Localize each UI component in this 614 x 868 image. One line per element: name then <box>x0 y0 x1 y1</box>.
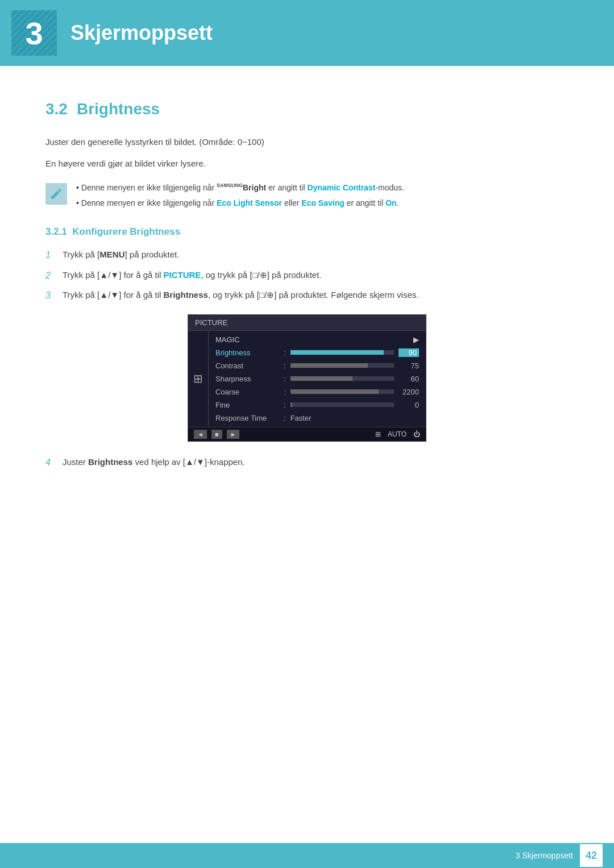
menu-row-sharpness: Sharpness : 60 <box>209 372 426 385</box>
contrast-bar-area: : 75 <box>284 362 419 370</box>
menu-label-response-time: Response Time <box>215 414 284 422</box>
sharpness-colon: : <box>284 375 286 383</box>
menu-row-brightness: Brightness : 90 <box>209 346 426 359</box>
subsection-title: Konfigurere Brightness <box>72 226 180 237</box>
step-num-2: 2 <box>45 268 63 283</box>
sharpness-value: 60 <box>399 375 419 383</box>
step-text-4: Juster Brightness ved hjelp av [▲/▼]-kna… <box>63 455 569 469</box>
section-number: 3.2 <box>45 100 68 118</box>
intro-text-1: Juster den generelle lysstyrken til bild… <box>45 135 569 149</box>
response-time-area: : Faster <box>284 414 419 422</box>
step-text-3: Trykk på [▲/▼] for å gå til Brightness, … <box>63 288 569 302</box>
brightness-bar <box>291 350 394 355</box>
menu-row-fine: Fine : 0 <box>209 398 426 412</box>
contrast-bar <box>291 363 394 368</box>
note-line-1: Denne menyen er ikke tilgjengelig når SA… <box>76 182 404 194</box>
chapter-number-box: 3 <box>11 10 57 56</box>
menu-row-coarse: Coarse : 2200 <box>209 385 426 398</box>
step-3: 3 Trykk på [▲/▼] for å gå til Brightness… <box>45 288 569 303</box>
footer-icon-power: ⏻ <box>413 430 420 438</box>
menu-label-magic: MAGIC <box>215 335 284 344</box>
fine-value: 0 <box>399 401 419 409</box>
chapter-title: Skjermoppsett <box>70 21 213 45</box>
fine-colon: : <box>284 401 286 409</box>
contrast-bar-fill <box>291 363 368 368</box>
step-num-4: 4 <box>45 455 63 470</box>
pencil-icon <box>49 187 63 201</box>
fine-bar-fill <box>291 402 293 407</box>
footer-icons: ⊞ AUTO ⏻ <box>375 430 420 438</box>
chapter-number: 3 <box>25 15 43 52</box>
fine-bar-area: : 0 <box>284 401 419 409</box>
fine-bar <box>291 402 394 407</box>
step-2: 2 Trykk på [▲/▼] for å gå til PICTURE, o… <box>45 268 569 283</box>
steps-list: 1 Trykk på [MENU] på produktet. 2 Trykk … <box>45 248 569 303</box>
picture-menu-title: PICTURE <box>195 318 227 327</box>
subsection-number: 3.2.1 <box>45 226 67 237</box>
menu-row-magic: MAGIC ▶ <box>209 333 426 346</box>
footer-btn-minus: ■ <box>211 430 222 439</box>
contrast-value: 75 <box>399 362 419 370</box>
coarse-value: 2200 <box>399 388 419 396</box>
brightness-bar-area: : 90 <box>284 348 419 357</box>
coarse-bar-fill <box>291 389 379 394</box>
step-1: 1 Trykk på [MENU] på produktet. <box>45 248 569 263</box>
menu-label-sharpness: Sharpness <box>215 375 284 383</box>
contrast-colon: : <box>284 362 286 370</box>
picture-menu-items: MAGIC ▶ Brightness : 90 Contr <box>209 331 426 427</box>
picture-menu-body: ⊞ MAGIC ▶ Brightness : 90 <box>188 331 426 427</box>
brightness-bar-fill <box>291 350 384 355</box>
menu-label-coarse: Coarse <box>215 388 284 396</box>
menu-label-brightness: Brightness <box>215 348 284 357</box>
menu-row-contrast: Contrast : 75 <box>209 359 426 372</box>
coarse-colon: : <box>284 388 286 396</box>
magic-arrow-icon: ▶ <box>413 335 419 344</box>
menu-row-response-time: Response Time : Faster <box>209 412 426 425</box>
footer-text-auto: AUTO <box>388 430 406 438</box>
step-text-1: Trykk på [MENU] på produktet. <box>63 248 569 261</box>
picture-menu-icon-col: ⊞ <box>188 331 209 427</box>
menu-label-contrast: Contrast <box>215 362 284 370</box>
section-title: Brightness <box>77 100 160 118</box>
intro-text-2: En høyere verdi gjør at bildet virker ly… <box>45 157 569 171</box>
menu-label-fine: Fine <box>215 401 284 409</box>
picture-menu-screenshot: PICTURE ⊞ MAGIC ▶ Brightness : <box>188 314 426 442</box>
page-footer: 3 Skjermoppsett 42 <box>0 843 614 868</box>
sharpness-bar-fill <box>291 376 352 381</box>
footer-page-number: 42 <box>580 844 603 867</box>
footer-btn-right: ► <box>227 430 240 439</box>
note-icon <box>45 183 67 205</box>
note-line-2: Denne menyen er ikke tilgjengelig når Ec… <box>76 197 404 209</box>
brightness-value: 90 <box>399 348 419 357</box>
step-4: 4 Juster Brightness ved hjelp av [▲/▼]-k… <box>45 455 569 470</box>
sharpness-bar-area: : 60 <box>284 375 419 383</box>
response-colon: : <box>284 414 286 422</box>
section-heading: 3.2 Brightness <box>45 100 569 118</box>
step-text-2: Trykk på [▲/▼] for å gå til PICTURE, og … <box>63 268 569 282</box>
response-time-value: Faster <box>291 414 312 422</box>
note-box: Denne menyen er ikke tilgjengelig når SA… <box>45 182 569 209</box>
step-num-1: 1 <box>45 248 63 263</box>
picture-menu-footer: ◄ ■ ► ⊞ AUTO ⏻ <box>188 427 426 441</box>
main-content: 3.2 Brightness Juster den generelle lyss… <box>0 89 614 521</box>
note-content: Denne menyen er ikke tilgjengelig når SA… <box>76 182 404 209</box>
picture-menu-header: PICTURE <box>188 315 426 331</box>
monitor-icon: ⊞ <box>193 372 203 385</box>
coarse-bar-area: : 2200 <box>284 388 419 396</box>
footer-btn-left: ◄ <box>194 430 207 439</box>
coarse-bar <box>291 389 394 394</box>
chapter-header: 3 Skjermoppsett <box>0 0 614 66</box>
step-num-3: 3 <box>45 288 63 303</box>
footer-chapter-text: 3 Skjermoppsett <box>516 851 573 860</box>
subsection-heading: 3.2.1 Konfigurere Brightness <box>45 226 569 238</box>
footer-icon-monitor: ⊞ <box>375 430 381 438</box>
brightness-colon: : <box>284 348 286 357</box>
sharpness-bar <box>291 376 394 381</box>
